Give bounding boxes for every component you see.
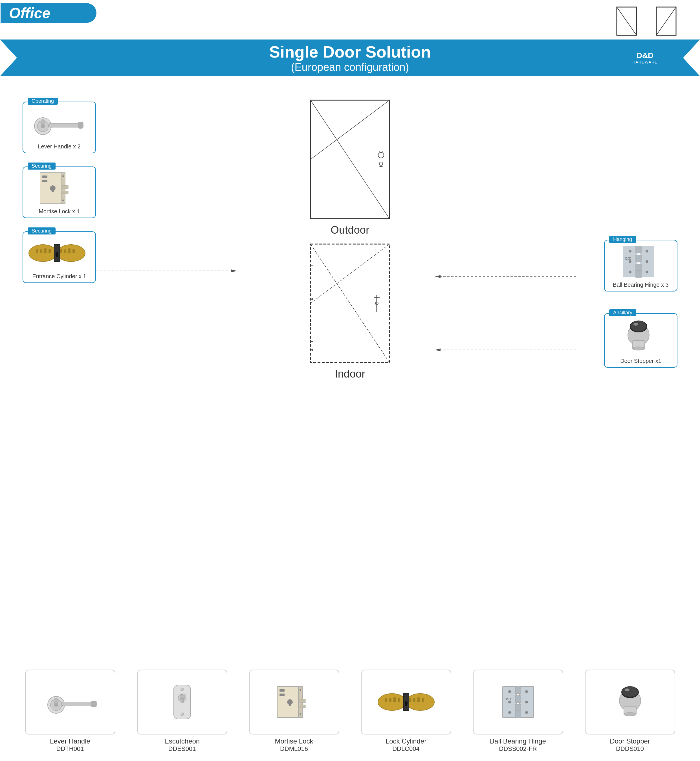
svg-rect-84 bbox=[181, 698, 183, 703]
svg-point-71 bbox=[632, 347, 645, 350]
bottom-lock-cylinder-code: DDLC004 bbox=[392, 745, 420, 753]
svg-point-77 bbox=[54, 698, 58, 703]
svg-point-97 bbox=[378, 694, 406, 711]
svg-point-69 bbox=[631, 321, 647, 331]
svg-rect-103 bbox=[398, 698, 400, 702]
ball-bearing-hinge-box: Hanging D&D bbox=[604, 240, 677, 291]
svg-rect-107 bbox=[422, 698, 424, 702]
bottom-ball-bearing-hinge-name: Ball Bearing Hinge bbox=[490, 737, 546, 745]
dd-logo: D&D HARDWARE bbox=[630, 42, 661, 74]
indoor-label: Indoor bbox=[305, 368, 395, 380]
lever-handle-tag: Operating bbox=[28, 98, 58, 105]
bottom-door-stopper: Door Stopper DDDS010 bbox=[582, 670, 678, 753]
lever-handle-illustration bbox=[29, 106, 85, 140]
mortise-lock-label: Mortise Lock x 1 bbox=[26, 208, 92, 215]
svg-marker-66 bbox=[435, 275, 441, 278]
svg-line-12 bbox=[311, 244, 389, 303]
ball-bearing-hinge-image: D&D bbox=[608, 243, 670, 280]
svg-rect-28 bbox=[42, 175, 47, 178]
bottom-door-stopper-name: Door Stopper bbox=[610, 737, 650, 745]
svg-rect-94 bbox=[300, 705, 305, 708]
svg-rect-42 bbox=[44, 248, 47, 254]
bottom-escutcheon-box bbox=[137, 670, 227, 734]
outdoor-label: Outdoor bbox=[305, 224, 395, 236]
push-door-icon bbox=[616, 6, 638, 37]
svg-rect-40 bbox=[36, 249, 38, 253]
page-title: Office bbox=[9, 5, 50, 22]
entrance-cylinder-tag: Securing bbox=[28, 227, 56, 235]
svg-point-120 bbox=[525, 701, 528, 703]
svg-point-58 bbox=[629, 250, 631, 252]
indoor-door-svg bbox=[305, 243, 395, 364]
svg-point-60 bbox=[629, 271, 631, 273]
svg-rect-29 bbox=[42, 180, 47, 182]
banner-text: Single Door Solution (European configura… bbox=[269, 42, 431, 74]
bottom-mortise-lock-illustration bbox=[272, 684, 317, 720]
indoor-door-container: Indoor bbox=[305, 243, 395, 380]
svg-point-118 bbox=[508, 711, 511, 714]
header-bar: Office bbox=[0, 3, 97, 23]
svg-marker-74 bbox=[435, 348, 441, 351]
bottom-escutcheon-code: DDES001 bbox=[169, 745, 196, 753]
svg-rect-34 bbox=[62, 191, 68, 194]
bottom-ball-bearing-hinge-box: D&D bbox=[473, 670, 563, 734]
svg-rect-31 bbox=[52, 188, 54, 192]
bottom-mortise-lock-box bbox=[249, 670, 339, 734]
svg-point-36 bbox=[62, 199, 64, 201]
svg-rect-91 bbox=[289, 702, 291, 706]
bottom-door-stopper-illustration bbox=[616, 684, 644, 720]
svg-rect-41 bbox=[40, 249, 42, 253]
svg-point-127 bbox=[624, 712, 636, 716]
svg-rect-88 bbox=[280, 689, 284, 692]
svg-point-85 bbox=[181, 688, 184, 691]
bottom-door-stopper-box bbox=[585, 670, 675, 734]
svg-rect-47 bbox=[72, 249, 75, 253]
svg-rect-104 bbox=[409, 698, 411, 702]
entrance-cylinder-illustration bbox=[27, 240, 87, 266]
svg-text:D&D: D&D bbox=[625, 257, 631, 260]
svg-point-117 bbox=[508, 701, 511, 703]
svg-point-63 bbox=[645, 271, 648, 273]
svg-rect-49 bbox=[56, 255, 58, 257]
svg-point-37 bbox=[29, 245, 57, 261]
svg-rect-93 bbox=[300, 699, 305, 703]
svg-line-1 bbox=[617, 7, 636, 35]
bottom-mortise-lock: Mortise Lock DDML016 bbox=[246, 670, 342, 753]
hinge-door-line bbox=[441, 274, 604, 279]
svg-rect-102 bbox=[394, 697, 396, 702]
svg-rect-106 bbox=[417, 697, 420, 702]
svg-rect-101 bbox=[389, 698, 391, 702]
lever-handle-image bbox=[26, 105, 88, 142]
svg-rect-78 bbox=[62, 702, 93, 706]
bottom-door-stopper-code: DDDS010 bbox=[616, 745, 644, 753]
svg-rect-112 bbox=[515, 686, 521, 694]
svg-point-8 bbox=[379, 162, 383, 165]
entrance-cylinder-image bbox=[26, 235, 88, 271]
svg-rect-43 bbox=[48, 249, 51, 253]
pull-door-icon bbox=[655, 6, 677, 37]
svg-point-59 bbox=[629, 260, 631, 263]
banner: Single Door Solution (European configura… bbox=[0, 39, 700, 76]
svg-rect-54 bbox=[636, 246, 641, 253]
dd-logo-line2: HARDWARE bbox=[632, 60, 658, 64]
bottom-lock-cylinder-name: Lock Cylinder bbox=[386, 737, 427, 745]
bottom-lock-cylinder-box bbox=[361, 670, 451, 734]
svg-point-35 bbox=[62, 175, 64, 177]
svg-point-61 bbox=[645, 250, 648, 252]
stopper-door-line bbox=[441, 347, 604, 353]
svg-point-86 bbox=[181, 713, 184, 716]
svg-point-96 bbox=[300, 713, 301, 715]
door-stopper-label: Door Stopper x1 bbox=[608, 358, 674, 364]
bottom-lever-handle: Lever Handle DDTH001 bbox=[22, 670, 118, 753]
door-stopper-box: Ancillary Door Stopper x1 bbox=[604, 313, 677, 368]
banner-title: Single Door Solution bbox=[269, 42, 431, 61]
bottom-escutcheon-name: Escutcheon bbox=[164, 737, 200, 745]
bottom-escutcheon: Escutcheon DDES001 bbox=[134, 670, 230, 753]
svg-rect-113 bbox=[515, 695, 521, 703]
svg-rect-89 bbox=[280, 694, 284, 696]
bottom-mortise-lock-code: DDML016 bbox=[280, 745, 308, 753]
svg-line-5 bbox=[311, 100, 389, 219]
svg-rect-105 bbox=[413, 698, 416, 702]
outdoor-door-container: Outdoor bbox=[305, 99, 395, 236]
svg-point-62 bbox=[645, 260, 648, 263]
